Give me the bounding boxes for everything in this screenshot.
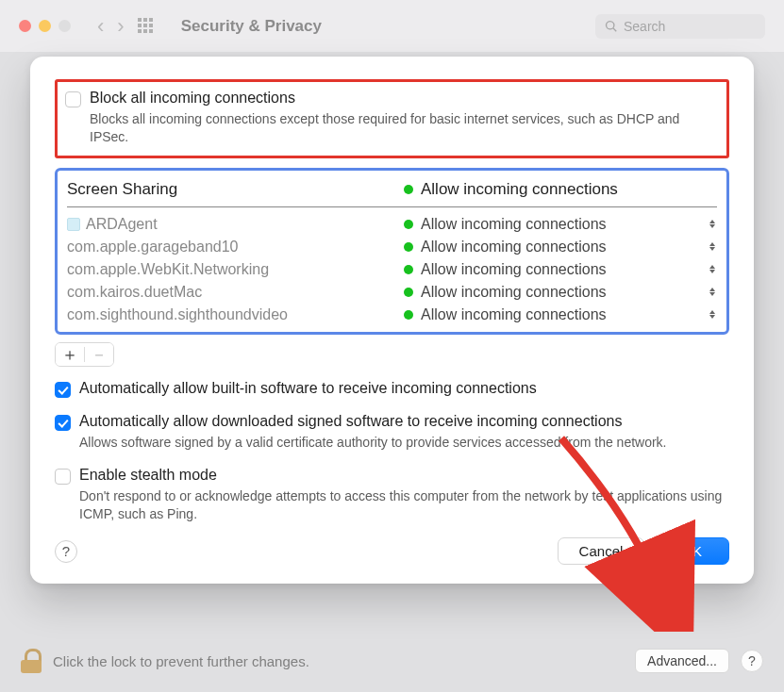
list-header-name: Screen Sharing	[67, 180, 177, 199]
window-controls	[19, 20, 71, 32]
list-item-name-col: com.kairos.duetMac	[67, 284, 404, 301]
updown-icon[interactable]	[708, 308, 717, 321]
lock-text: Click the lock to prevent further change…	[53, 653, 309, 669]
zoom-icon[interactable]	[58, 20, 71, 32]
block-all-row[interactable]: Block all incoming connections	[65, 90, 717, 107]
forward-icon[interactable]: ›	[117, 16, 124, 37]
auto-signed-sub: Allows software signed by a valid certif…	[79, 434, 729, 452]
stealth-checkbox[interactable]	[55, 469, 71, 485]
stealth-row[interactable]: Enable stealth mode	[55, 467, 729, 485]
updown-icon[interactable]	[708, 240, 717, 254]
block-all-label: Block all incoming connections	[90, 90, 295, 107]
sheet-footer: ? Cancel OK	[55, 537, 729, 565]
status-dot-icon	[404, 265, 413, 274]
add-remove-control: ＋ －	[55, 342, 114, 367]
list-header-status: Allow incoming connections	[421, 180, 618, 199]
list-item-name: com.apple.WebKit.Networking	[67, 261, 269, 278]
window-title: Security & Privacy	[181, 17, 322, 36]
ok-button[interactable]: OK	[654, 537, 729, 565]
updown-icon[interactable]	[708, 218, 717, 231]
auto-builtin-checkbox[interactable]	[55, 382, 71, 398]
list-item-status: Allow incoming connections	[421, 239, 607, 255]
minimize-icon[interactable]	[39, 20, 51, 32]
list-item-name-col: com.apple.garageband10	[67, 239, 404, 255]
updown-icon[interactable]	[708, 263, 717, 276]
auto-signed-checkbox[interactable]	[55, 415, 71, 431]
list-item-name-col: com.apple.WebKit.Networking	[67, 261, 404, 278]
status-dot-icon	[404, 242, 413, 252]
auto-signed-row[interactable]: Automatically allow downloaded signed so…	[55, 413, 729, 431]
status-dot-icon	[404, 310, 413, 320]
remove-button[interactable]: －	[85, 342, 113, 367]
list-item-name-col: com.sighthound.sighthoundvideo	[67, 306, 404, 323]
list-item[interactable]: ARDAgent Allow incoming connections	[67, 213, 717, 236]
close-icon[interactable]	[19, 20, 31, 32]
list-header-row[interactable]: Screen Sharing Allow incoming connection…	[67, 178, 717, 207]
list-item-status: Allow incoming connections	[421, 216, 607, 233]
search-field[interactable]: Search	[595, 14, 765, 39]
list-item-status: Allow incoming connections	[421, 284, 607, 301]
updown-icon[interactable]	[708, 286, 717, 299]
advanced-button[interactable]: Advanced...	[635, 649, 729, 673]
list-header-status-col: Allow incoming connections	[404, 180, 717, 199]
nav-controls: ‹ ›	[97, 16, 155, 37]
list-item-name-col: ARDAgent	[67, 216, 404, 233]
cancel-button[interactable]: Cancel	[558, 537, 645, 565]
list-item-name: com.apple.garageband10	[67, 239, 238, 255]
list-item-name: com.sighthound.sighthoundvideo	[67, 306, 288, 323]
auto-builtin-label: Automatically allow built-in software to…	[79, 380, 537, 397]
auto-signed-label: Automatically allow downloaded signed so…	[79, 413, 622, 430]
list-item-status-col[interactable]: Allow incoming connections	[404, 306, 717, 323]
search-placeholder: Search	[624, 19, 665, 34]
help-button[interactable]: ?	[55, 540, 77, 563]
app-list-annotation: Screen Sharing Allow incoming connection…	[55, 168, 729, 335]
list-item[interactable]: com.kairos.duetMac Allow incoming connec…	[67, 281, 717, 304]
list-item-status-col[interactable]: Allow incoming connections	[404, 284, 717, 301]
firewall-options-sheet: Block all incoming connections Blocks al…	[30, 57, 754, 584]
status-dot-icon	[404, 220, 413, 229]
status-dot-icon	[404, 288, 413, 297]
list-item-name: com.kairos.duetMac	[67, 284, 202, 301]
add-button[interactable]: ＋	[56, 342, 84, 367]
list-item-status-col[interactable]: Allow incoming connections	[404, 216, 717, 233]
show-all-icon[interactable]	[138, 18, 155, 35]
stealth-label: Enable stealth mode	[79, 467, 217, 484]
lock-icon[interactable]	[21, 649, 42, 673]
block-all-annotation: Block all incoming connections Blocks al…	[55, 79, 729, 158]
search-icon	[605, 20, 618, 33]
lock-row: Click the lock to prevent further change…	[21, 649, 763, 673]
toolbar: ‹ › Security & Privacy Search	[0, 0, 784, 52]
list-item-status-col[interactable]: Allow incoming connections	[404, 261, 717, 278]
help-button-outer[interactable]: ?	[741, 650, 763, 672]
list-item[interactable]: com.apple.WebKit.Networking Allow incomi…	[67, 258, 717, 281]
back-icon[interactable]: ‹	[97, 16, 104, 37]
list-item-status-col[interactable]: Allow incoming connections	[404, 239, 717, 255]
list-item-name: ARDAgent	[86, 216, 158, 233]
block-all-sub: Blocks all incoming connections except t…	[90, 110, 717, 146]
block-all-checkbox[interactable]	[65, 91, 81, 107]
auto-builtin-row[interactable]: Automatically allow built-in software to…	[55, 380, 729, 398]
stealth-sub: Don't respond to or acknowledge attempts…	[79, 487, 729, 523]
list-item[interactable]: com.sighthound.sighthoundvideo Allow inc…	[67, 304, 717, 326]
status-dot-icon	[404, 185, 413, 194]
list-item-status: Allow incoming connections	[421, 261, 607, 278]
list-item-status: Allow incoming connections	[421, 306, 607, 323]
list-item[interactable]: com.apple.garageband10 Allow incoming co…	[67, 236, 717, 258]
app-icon	[67, 218, 80, 231]
